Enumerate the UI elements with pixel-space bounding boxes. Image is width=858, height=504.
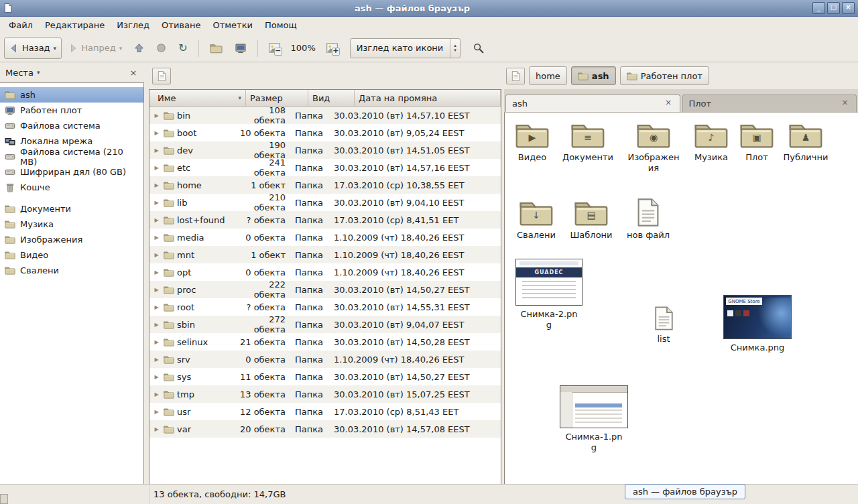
column-header[interactable]: Име▾ [149, 90, 246, 106]
icon-item[interactable]: нов файл [621, 198, 675, 241]
expander-icon[interactable]: ▶ [152, 304, 161, 310]
forward-button[interactable]: Напред ▾ [63, 38, 127, 59]
path-button[interactable]: ash [571, 66, 616, 85]
icon-item[interactable]: ♟Публични [779, 121, 833, 163]
window-resize-grip[interactable] [0, 494, 8, 504]
menu-item[interactable]: Помощ [259, 17, 303, 34]
view-mode-select[interactable]: Изглед като икони ▴▾ [350, 38, 461, 58]
table-row[interactable]: ▶tmp13 обектаПапка30.03.2010 (вт) 15,07,… [149, 385, 501, 403]
sidebar-close-icon[interactable]: × [128, 68, 139, 78]
sidebar-item[interactable]: Видео [0, 247, 143, 263]
sidebar-title[interactable]: Места [5, 68, 34, 78]
tab-close-icon[interactable]: × [840, 99, 850, 109]
icon-item[interactable]: ▶Видео [505, 121, 559, 163]
sidebar-mode-dropdown-icon[interactable]: ▾ [37, 69, 40, 76]
expander-icon[interactable]: ▶ [152, 357, 161, 363]
sidebar-item[interactable]: Свалени [0, 263, 143, 278]
menu-item[interactable]: Отметки [206, 17, 258, 34]
tab-inactive[interactable]: Плот× [682, 94, 857, 112]
table-row[interactable]: ▶sys11 обектаПапка30.03.2010 (вт) 14,50,… [149, 368, 501, 385]
icon-item[interactable]: ≡Документи [561, 121, 615, 163]
table-row[interactable]: ▶sbin272 обектаПапка30.03.2010 (вт) 9,04… [149, 316, 501, 333]
expander-icon[interactable]: ▶ [152, 217, 161, 223]
table-row[interactable]: ▶opt0 обектаПапка1.10.2009 (чт) 18,40,26… [149, 263, 501, 281]
table-row[interactable]: ▶home1 обектПапка17.03.2010 (ср) 10,38,5… [149, 176, 501, 194]
sidebar-item[interactable]: Работен плот [0, 103, 143, 118]
expander-icon[interactable]: ▶ [152, 426, 161, 432]
sidebar-item[interactable]: Файлова система (210 MB) [0, 149, 143, 164]
icon-item[interactable]: list [642, 306, 685, 344]
sidebar-item[interactable]: ash [0, 87, 143, 103]
pane-splitter[interactable] [144, 62, 149, 484]
table-row[interactable]: ▶mnt1 обектПапка1.10.2009 (чт) 18,40,26 … [149, 246, 501, 263]
expander-icon[interactable]: ▶ [152, 374, 161, 380]
icon-item[interactable]: GUADECСнимка-2.png [512, 259, 586, 331]
column-header[interactable]: Вид [308, 90, 355, 106]
menu-item[interactable]: Изглед [111, 17, 156, 34]
sidebar-item[interactable]: Шифриран дял (80 GB) [0, 164, 143, 180]
toggle-location-entry-button[interactable] [506, 68, 525, 84]
table-row[interactable]: ▶etc241 обектаПапка30.03.2010 (вт) 14,57… [149, 159, 501, 176]
zoom-in-button[interactable]: + [321, 38, 343, 59]
expander-icon[interactable]: ▶ [152, 269, 161, 275]
reload-button[interactable]: ↻ [173, 38, 192, 59]
icon-item[interactable]: ▤Шаблони [564, 198, 618, 241]
tab-active[interactable]: ash× [505, 94, 680, 112]
table-row[interactable]: ▶lost+found? обектаПапка17.03.2010 (ср) … [149, 211, 501, 229]
home-button[interactable] [204, 38, 228, 59]
table-row[interactable]: ▶srv0 обектаПапка1.10.2009 (чт) 18,40,26… [149, 351, 501, 368]
table-row[interactable]: ▶media0 обектаПапка1.10.2009 (чт) 18,40,… [149, 229, 501, 246]
icon-item[interactable]: GNOME StoreСнимка.png [721, 295, 794, 353]
expander-icon[interactable]: ▶ [152, 113, 161, 119]
table-row[interactable]: ▶proc222 обектаПапка30.03.2010 (вт) 14,5… [149, 281, 501, 298]
menu-item[interactable]: Редактиране [39, 17, 111, 34]
table-row[interactable]: ▶var20 обектаПапка30.03.2010 (вт) 14,57,… [149, 420, 501, 438]
path-button[interactable]: Работен плот [620, 66, 709, 85]
expander-icon[interactable]: ▶ [152, 165, 161, 171]
table-row[interactable]: ▶selinux21 обектаПапка30.03.2010 (вт) 14… [149, 333, 501, 351]
toggle-location-entry-button[interactable] [152, 68, 171, 84]
up-button[interactable] [129, 38, 149, 59]
column-header[interactable]: Размер [246, 90, 308, 106]
computer-button[interactable] [229, 38, 252, 59]
table-row[interactable]: ▶boot10 обектаПапка30.03.2010 (вт) 9,05,… [149, 124, 501, 141]
minimize-button[interactable]: _ [812, 2, 825, 14]
table-row[interactable]: ▶usr12 обектаПапка17.03.2010 (ср) 8,51,4… [149, 403, 501, 420]
table-row[interactable]: ▶bin108 обектаПапка30.03.2010 (вт) 14,57… [149, 107, 501, 124]
expander-icon[interactable]: ▶ [152, 322, 161, 328]
expander-icon[interactable]: ▶ [152, 409, 161, 415]
icon-item[interactable]: ◉Изображения [627, 121, 680, 174]
close-button[interactable]: × [842, 2, 855, 14]
table-row[interactable]: ▶root? обектаПапка30.03.2010 (вт) 14,55,… [149, 298, 501, 316]
expander-icon[interactable]: ▶ [152, 287, 161, 293]
sidebar-item[interactable]: Кошче [0, 180, 143, 195]
expander-icon[interactable]: ▶ [152, 339, 161, 345]
column-header[interactable]: Дата на промяна [355, 90, 501, 106]
expander-icon[interactable]: ▶ [152, 252, 161, 258]
stop-button[interactable] [151, 38, 172, 59]
icon-view[interactable]: ▶Видео≡Документи◉Изображения♪Музика▣Плот… [504, 113, 858, 484]
path-button[interactable]: home [529, 66, 567, 85]
expander-icon[interactable]: ▶ [152, 147, 161, 153]
expander-icon[interactable]: ▶ [152, 182, 161, 188]
search-button[interactable] [467, 38, 490, 59]
expander-icon[interactable]: ▶ [152, 200, 161, 206]
titlebar[interactable]: ash — файлов браузър _ □ × [0, 0, 858, 17]
expander-icon[interactable]: ▶ [152, 391, 161, 397]
expander-icon[interactable]: ▶ [152, 235, 161, 241]
table-row[interactable]: ▶lib210 обектаПапка30.03.2010 (вт) 9,04,… [149, 194, 501, 211]
maximize-button[interactable]: □ [827, 2, 840, 14]
icon-item[interactable]: ↓Свалени [509, 198, 563, 241]
icon-item[interactable]: ▣Плот [730, 121, 784, 163]
table-row[interactable]: ▶dev190 обектаПапка30.03.2010 (вт) 14,51… [149, 141, 501, 159]
expander-icon[interactable]: ▶ [152, 130, 161, 136]
icon-item[interactable]: Снимка-1.png [557, 385, 631, 454]
menu-item[interactable]: Файл [3, 17, 39, 34]
sidebar-item[interactable]: Файлова система [0, 118, 143, 133]
sidebar-item[interactable]: Музика [0, 216, 143, 232]
zoom-out-button[interactable]: − [263, 38, 286, 59]
sidebar-item[interactable]: Изображения [0, 232, 143, 247]
sidebar-item[interactable]: Документи [0, 201, 143, 216]
menu-item[interactable]: Отиване [156, 17, 206, 34]
tab-close-icon[interactable]: × [664, 99, 674, 109]
